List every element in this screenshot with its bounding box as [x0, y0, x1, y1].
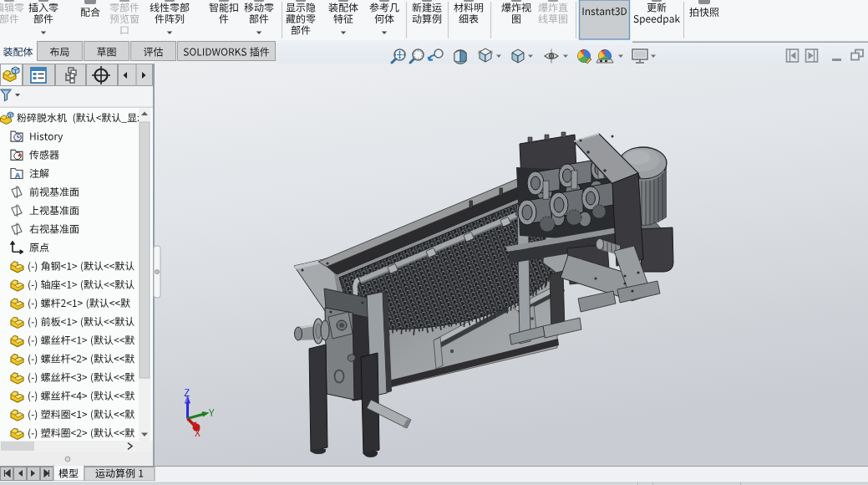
svg-text:A: A — [15, 171, 21, 180]
